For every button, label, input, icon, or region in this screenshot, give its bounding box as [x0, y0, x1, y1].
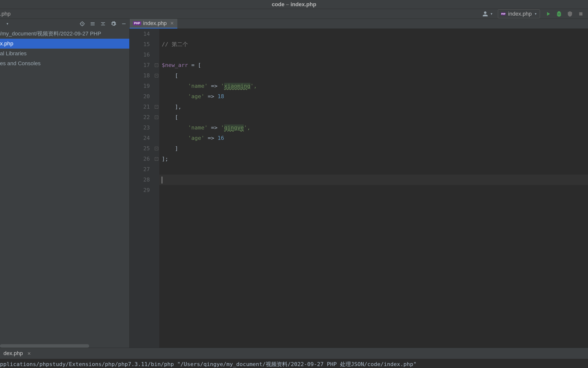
code-with-me-dropdown[interactable]: ▼ [490, 12, 493, 16]
code-line[interactable]: // 第二个 [159, 39, 588, 50]
main-area: ▼ /my_document/视频资料/2022-09-27 PHP x.php… [0, 19, 588, 348]
line-number: 23 [130, 123, 150, 133]
tree-item-consoles[interactable]: es and Consoles [0, 59, 129, 68]
line-number: 14 [130, 29, 150, 39]
code-line[interactable] [159, 185, 588, 195]
close-tab-icon[interactable]: ✕ [170, 21, 174, 26]
code-line[interactable]: [ [159, 70, 588, 81]
collapse-all-icon[interactable] [100, 21, 106, 27]
stop-button[interactable] [578, 11, 584, 17]
close-run-tab-icon[interactable]: ✕ [27, 351, 31, 356]
sidebar-horizontal-scrollbar[interactable] [0, 344, 129, 348]
tree-path[interactable]: /my_document/视频资料/2022-09-27 PHP [0, 29, 129, 39]
code-line[interactable]: 'age' => 16 [159, 133, 588, 143]
line-number: 21 [130, 102, 150, 112]
code-line[interactable]: 'name' => 'qingye', [159, 123, 588, 133]
fold-marker[interactable]: − [155, 157, 158, 161]
fold-marker[interactable]: − [155, 105, 158, 109]
title-sep: – [286, 1, 291, 7]
line-number: 16 [130, 50, 150, 60]
line-number: 25 [130, 143, 150, 154]
fold-marker[interactable]: − [155, 74, 158, 77]
run-configuration-selector[interactable]: PHP index.php ▼ [498, 9, 540, 18]
line-number: 26 [130, 154, 150, 164]
code-line[interactable] [159, 175, 588, 185]
php-file-icon: PHP [133, 21, 141, 25]
svg-point-4 [82, 23, 83, 24]
line-number: 28 [130, 175, 150, 185]
run-tab-label: dex.php [3, 350, 23, 356]
gear-icon[interactable] [110, 21, 116, 27]
code-area[interactable]: 14151617181920212223242526272829 −−−−−− … [130, 29, 588, 348]
tree-item-libraries[interactable]: al Libraries [0, 49, 129, 59]
run-button[interactable] [545, 11, 551, 17]
project-tree[interactable]: /my_document/视频资料/2022-09-27 PHP x.php a… [0, 29, 129, 348]
tab-label: index.php [143, 20, 167, 27]
console-output[interactable]: pplications/phpstudy/Extensions/php/php7… [0, 359, 588, 368]
code-line[interactable]: $new_arr = [ [159, 60, 588, 70]
title-file: index.php [291, 1, 316, 7]
window-title-bar: code – index.php [0, 0, 588, 9]
title-project: code [272, 1, 284, 7]
editor-tab-index-php[interactable]: PHP index.php ✕ [130, 19, 177, 29]
hide-icon[interactable] [121, 21, 127, 27]
line-number: 20 [130, 91, 150, 102]
line-number: 15 [130, 39, 150, 50]
breadcrumb[interactable]: .php [0, 11, 11, 17]
code-with-me-icon[interactable] [481, 10, 489, 18]
code-line[interactable]: 'name' => 'xiaoming', [159, 81, 588, 91]
run-tool-window: dex.php ✕ pplications/phpstudy/Extension… [0, 348, 588, 368]
run-panel-tabs: dex.php ✕ [0, 348, 588, 359]
run-with-coverage-button[interactable] [567, 11, 573, 17]
svg-rect-2 [579, 12, 583, 16]
fold-marker[interactable]: − [155, 63, 158, 67]
chevron-down-icon: ▼ [534, 12, 537, 16]
line-number: 29 [130, 185, 150, 195]
project-tool-window: ▼ /my_document/视频资料/2022-09-27 PHP x.php… [0, 19, 130, 348]
code-line[interactable]: ]; [159, 154, 588, 164]
debug-button[interactable] [556, 11, 562, 17]
line-number: 19 [130, 81, 150, 91]
code-line[interactable]: 'age' => 18 [159, 91, 588, 102]
code-line[interactable] [159, 29, 588, 39]
locate-icon[interactable] [79, 21, 85, 27]
line-number-gutter: 14151617181920212223242526272829 [130, 29, 154, 348]
line-number: 17 [130, 60, 150, 70]
project-toolbar: ▼ [0, 19, 129, 29]
run-tab-index-php[interactable]: dex.php ✕ [0, 350, 34, 357]
line-number: 22 [130, 112, 150, 123]
editor-tabs: PHP index.php ✕ [130, 19, 588, 29]
code-line[interactable] [159, 164, 588, 175]
code-line[interactable]: [ [159, 112, 588, 123]
navigation-bar: .php ▼ PHP index.php ▼ [0, 9, 588, 19]
code-line[interactable]: ] [159, 143, 588, 154]
expand-all-icon[interactable] [90, 21, 96, 27]
fold-gutter: −−−−−− [154, 29, 159, 348]
console-line[interactable]: pplications/phpstudy/Extensions/php/php7… [0, 359, 588, 368]
tree-file-selected[interactable]: x.php [0, 39, 129, 49]
svg-text:PHP: PHP [501, 13, 506, 15]
project-view-selector[interactable]: ▼ [2, 22, 75, 26]
line-number: 27 [130, 164, 150, 175]
fold-marker[interactable]: − [155, 116, 158, 119]
code-text[interactable]: // 第二个$new_arr = [ [ 'name' => 'xiaoming… [159, 29, 588, 348]
code-line[interactable]: ], [159, 102, 588, 112]
fold-marker[interactable]: − [155, 147, 158, 150]
line-number: 18 [130, 70, 150, 81]
line-number: 24 [130, 133, 150, 143]
code-line[interactable] [159, 50, 588, 60]
editor: PHP index.php ✕ 141516171819202122232425… [130, 19, 588, 348]
run-config-label: index.php [508, 11, 532, 17]
